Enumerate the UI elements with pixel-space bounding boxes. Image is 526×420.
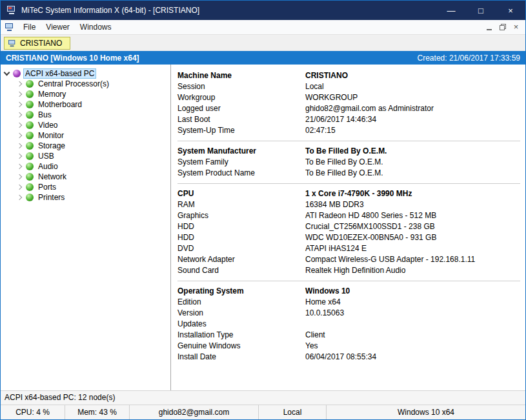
detail-row: Install Date06/04/2017 08:55:34 [177, 352, 520, 363]
detail-value: CRISTIANO [305, 70, 520, 81]
tree-item[interactable]: Audio [1, 161, 170, 172]
chevron-right-icon[interactable] [16, 111, 24, 119]
chevron-down-icon[interactable] [3, 70, 11, 77]
detail-row: SessionLocal [177, 81, 520, 92]
tree-item-label: Central Processor(s) [36, 79, 111, 88]
detail-label: System Product Name [177, 168, 305, 179]
detail-value: 10.0.15063 [305, 308, 520, 319]
menu-viewer[interactable]: Viewer [41, 20, 74, 34]
maximize-button[interactable]: □ [466, 1, 496, 20]
detail-value: Yes [305, 341, 520, 352]
tree-item[interactable]: Memory [1, 89, 170, 99]
category-node-icon [26, 90, 34, 98]
detail-value: Home x64 [305, 297, 520, 308]
tree-item-label: Audio [36, 162, 60, 171]
detail-value: Realtek High Definition Audio [305, 265, 520, 276]
app-window: MiTeC System Information X (64-bit) - [C… [0, 0, 526, 420]
tree-item[interactable]: Monitor [1, 130, 170, 141]
tab-bar: CRISTIANO [1, 35, 525, 51]
chevron-right-icon[interactable] [16, 194, 24, 201]
tree-item[interactable]: USB [1, 151, 170, 161]
chevron-right-icon[interactable] [16, 101, 24, 108]
detail-label: System Family [177, 157, 305, 168]
tree-item[interactable]: Video [1, 120, 170, 130]
detail-row: CPU1 x Core i7-4790K - 3990 MHz [177, 188, 520, 199]
close-icon: × [514, 24, 519, 30]
tree-item[interactable]: Ports [1, 182, 170, 192]
tree-item-label: Ports [36, 183, 58, 192]
main-content: ACPI x64-based PCCentral Processor(s)Mem… [1, 65, 525, 390]
detail-row: Installation TypeClient [177, 330, 520, 341]
detail-row: HDDCrucial_CT256MX100SSD1 - 238 GB [177, 221, 520, 232]
chevron-right-icon[interactable] [16, 142, 24, 150]
tree-item[interactable]: Motherboard [1, 99, 170, 110]
menu-file[interactable]: File [18, 20, 41, 34]
tree-item[interactable]: Printers [1, 192, 170, 203]
tab-cristiano[interactable]: CRISTIANO [4, 37, 70, 50]
chevron-right-icon[interactable] [16, 152, 24, 160]
detail-label: Genuine Windows [177, 341, 305, 352]
tree-item[interactable]: Network [1, 172, 170, 182]
detail-label: System Manufacturer [177, 146, 305, 157]
detail-label: Operating System [177, 286, 305, 297]
detail-label: Graphics [177, 210, 305, 221]
chevron-right-icon[interactable] [16, 183, 24, 191]
detail-label: HDD [177, 232, 305, 243]
detail-value: Windows 10 [305, 286, 520, 297]
detail-label: RAM [177, 199, 305, 210]
mdi-child-icon[interactable] [5, 23, 14, 32]
close-button[interactable]: × [496, 1, 525, 20]
chevron-right-icon[interactable] [16, 173, 24, 181]
tree-item-root[interactable]: ACPI x64-based PC [1, 68, 170, 79]
category-node-icon [26, 101, 34, 108]
detail-label: Edition [177, 297, 305, 308]
detail-row: Logged userghido82@gmail.com as Administ… [177, 103, 520, 114]
detail-label: Machine Name [177, 70, 305, 81]
tree-item-label: Motherboard [36, 100, 84, 109]
tree-item-label[interactable]: ACPI x64-based PC [23, 68, 96, 79]
detail-label: HDD [177, 221, 305, 232]
detail-value: WDC WD10EZEX-00BN5A0 - 931 GB [305, 232, 520, 243]
menu-windows[interactable]: Windows [75, 20, 117, 34]
status-bar: ACPI x64-based PC: 12 node(s) [1, 390, 525, 405]
detail-row: Genuine WindowsYes [177, 341, 520, 352]
tree-item-label: Storage [36, 141, 67, 150]
detail-value: 02:47:15 [305, 125, 520, 136]
tree-item-label: USB [36, 152, 56, 161]
detail-value: To Be Filled By O.E.M. [305, 146, 520, 157]
category-tree: ACPI x64-based PCCentral Processor(s)Mem… [1, 65, 171, 390]
detail-label: Last Boot [177, 114, 305, 125]
statusbar-segment-session-type: Local [259, 405, 327, 419]
detail-label: Workgroup [177, 92, 305, 103]
window-controls: — □ × [436, 1, 525, 20]
section-separator [177, 281, 520, 281]
chevron-right-icon[interactable] [16, 90, 24, 98]
section-separator [177, 183, 520, 184]
tree-item-label: Memory [36, 90, 68, 99]
chevron-right-icon[interactable] [16, 163, 24, 170]
computer-icon [8, 39, 16, 46]
detail-row: System Product NameTo Be Filled By O.E.M… [177, 168, 520, 179]
chevron-right-icon[interactable] [16, 132, 24, 139]
tree-item[interactable]: Storage [1, 141, 170, 151]
tree-item[interactable]: Bus [1, 110, 170, 120]
mdi-close-button[interactable]: × [511, 22, 521, 33]
mdi-minimize-button[interactable] [483, 22, 494, 33]
detail-row: Last Boot21/06/2017 14:46:34 [177, 114, 520, 125]
chevron-right-icon[interactable] [16, 80, 24, 88]
detail-row: System FamilyTo Be Filled By O.E.M. [177, 157, 520, 168]
detail-label: Sound Card [177, 265, 305, 276]
detail-label: Session [177, 81, 305, 92]
chevron-right-icon[interactable] [16, 121, 24, 129]
tree-item[interactable]: Central Processor(s) [1, 79, 170, 89]
detail-label: Version [177, 308, 305, 319]
tree-item-label: Video [36, 121, 59, 130]
mdi-restore-button[interactable] [497, 22, 508, 33]
minimize-button[interactable]: — [436, 1, 466, 20]
detail-row: HDDWDC WD10EZEX-00BN5A0 - 931 GB [177, 232, 520, 243]
detail-row: Updates [177, 319, 520, 330]
detail-row: Sound CardRealtek High Definition Audio [177, 265, 520, 276]
detail-value: ATI Radeon HD 4800 Series - 512 MB [305, 210, 520, 221]
tree-item-label: Printers [36, 193, 66, 202]
detail-label: Installation Type [177, 330, 305, 341]
